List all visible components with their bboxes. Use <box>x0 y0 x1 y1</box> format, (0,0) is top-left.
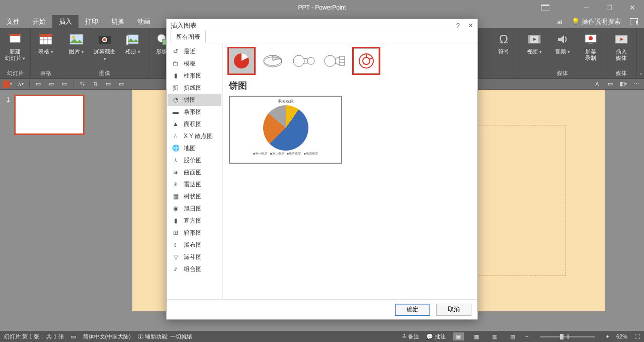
fit-window-icon[interactable]: ⛶ <box>634 333 640 339</box>
subtype-doughnut[interactable] <box>354 48 379 74</box>
subtype-3dpie[interactable] <box>260 48 285 74</box>
svg-rect-3 <box>10 34 20 36</box>
dialog-close-button[interactable]: ✕ <box>468 22 473 29</box>
dialog-titlebar[interactable]: 插入图表 ? ✕ <box>167 19 477 32</box>
tab-transitions[interactable]: 切换 <box>105 15 131 28</box>
category-pie[interactable]: ◔饼图 <box>168 94 221 106</box>
view-slideshow-icon[interactable]: ▤ <box>507 332 518 340</box>
zoom-out-button[interactable]: − <box>525 333 528 339</box>
dialog-title: 插入图表 <box>171 21 197 30</box>
subtype-pie[interactable] <box>229 48 254 74</box>
category-sunburst[interactable]: ◉旭日图 <box>168 202 221 215</box>
category-funnel[interactable]: ▽漏斗图 <box>168 251 221 263</box>
group-icon[interactable]: ▭ <box>103 80 114 89</box>
pictures-button[interactable]: 图片 <box>64 30 89 55</box>
view-reading-icon[interactable]: ▥ <box>489 332 500 340</box>
status-comments[interactable]: 💬 批注 <box>426 333 446 340</box>
tab-extra[interactable]: at <box>557 18 563 26</box>
column-icon: ▮ <box>172 72 180 79</box>
symbols-button[interactable]: Ω 符号 <box>492 30 516 55</box>
category-combo[interactable]: ⫽组合图 <box>168 263 221 275</box>
sunburst-icon: ◉ <box>172 205 180 212</box>
ungroup-icon[interactable]: ▭ <box>116 80 127 89</box>
svg-rect-9 <box>40 34 52 37</box>
audio-button[interactable]: 音频 <box>550 30 575 55</box>
zoom-value[interactable]: 62% <box>616 333 627 339</box>
category-line[interactable]: 折折线图 <box>168 82 221 94</box>
category-recent[interactable]: ↺最近 <box>168 45 221 57</box>
layers-icon[interactable]: ◧▾ <box>618 80 629 89</box>
tab-insert[interactable]: 插入 <box>52 15 78 28</box>
dialog-tab-all[interactable]: 所有图表 <box>171 31 206 43</box>
category-box[interactable]: ⊞箱形图 <box>168 227 221 239</box>
radar-icon: ✳ <box>172 181 180 188</box>
text-effects-icon[interactable]: A <box>592 80 603 89</box>
screen-recording-button[interactable]: 屏幕 录制 <box>579 30 603 61</box>
dialog-help-button[interactable]: ? <box>456 22 460 29</box>
insert-media-button[interactable]: 插入 媒体 <box>609 30 633 61</box>
subtype-heading: 饼图 <box>229 80 471 92</box>
category-map[interactable]: 🌐地图 <box>168 142 221 154</box>
fill-color-button[interactable]: ▾ <box>2 80 13 89</box>
category-template[interactable]: 🗀模板 <box>168 57 221 70</box>
align-right-icon[interactable]: ▭ <box>59 80 70 89</box>
align-left-icon[interactable]: ▭ <box>33 80 44 89</box>
video-button[interactable]: 视频 <box>522 30 546 55</box>
status-language[interactable]: 简体中文(中国大陆) <box>83 333 131 340</box>
category-bar[interactable]: ▬条形图 <box>168 106 221 118</box>
category-radar[interactable]: ✳雷达图 <box>168 178 221 190</box>
ok-button[interactable]: 确定 <box>395 304 430 316</box>
tab-file[interactable]: 文件 <box>0 15 26 28</box>
category-surface[interactable]: ≋曲面图 <box>168 166 221 178</box>
align-center-icon[interactable]: ▭ <box>46 80 57 89</box>
category-treemap[interactable]: ▦树状图 <box>168 190 221 202</box>
category-area[interactable]: ▲面积图 <box>168 118 221 130</box>
device-icon[interactable]: ▭ <box>605 80 616 89</box>
zoom-slider[interactable] <box>540 336 595 337</box>
maximize-button[interactable]: ☐ <box>598 0 621 15</box>
area-icon: ▲ <box>172 120 180 127</box>
distribute-v-icon[interactable]: ⇅ <box>90 80 101 89</box>
svg-point-34 <box>307 57 314 64</box>
group-slides-label: 幻灯片 <box>3 70 27 77</box>
chart-preview[interactable]: 图表标题 ■第一季度 ■第二季度 ■第三季度 ■第四季度 <box>229 96 342 164</box>
group-insertmedia-label: 媒体 <box>609 70 633 77</box>
window-controls: ─ ☐ ✕ <box>575 0 644 15</box>
zoom-in-button[interactable]: + <box>606 333 609 339</box>
photo-album-button[interactable]: 相册 <box>121 30 145 55</box>
tell-me[interactable]: 💡 操作说明搜索 <box>572 17 621 26</box>
status-accessibility[interactable]: ⓘ 辅助功能: 一切就绪 <box>138 333 192 340</box>
tab-home[interactable]: 开始 <box>26 15 52 28</box>
subtype-pie-of-pie[interactable] <box>291 48 316 74</box>
collapse-ribbon-button[interactable]: ˄ <box>637 28 644 78</box>
minimize-button[interactable]: ─ <box>575 0 598 15</box>
combo-icon: ⫽ <box>172 265 180 272</box>
svg-marker-23 <box>558 35 564 43</box>
category-scatter[interactable]: ∴X Y 散点图 <box>168 130 221 142</box>
view-normal-icon[interactable]: ▣ <box>453 332 464 340</box>
text-fill-button[interactable]: A▾ <box>15 80 26 89</box>
cancel-button[interactable]: 取消 <box>436 304 471 316</box>
slide-thumbnail[interactable]: 1 <box>14 95 85 135</box>
category-waterfall[interactable]: ⫾瀑布图 <box>168 239 221 251</box>
more-icon[interactable]: ⋯ <box>631 80 642 89</box>
category-stock[interactable]: ⫰股价图 <box>168 154 221 166</box>
view-sorter-icon[interactable]: ▦ <box>471 332 482 340</box>
table-button[interactable]: 表格 <box>34 30 58 55</box>
status-notes[interactable]: ≛ 备注 <box>402 333 419 340</box>
svg-rect-1 <box>541 5 549 6</box>
close-button[interactable]: ✕ <box>621 0 644 15</box>
chart-category-list[interactable]: ↺最近🗀模板▮柱形图折折线图◔饼图▬条形图▲面积图∴X Y 散点图🌐地图⫰股价图… <box>167 43 223 299</box>
ribbon-display-options-icon[interactable] <box>541 0 549 15</box>
share-icon[interactable] <box>630 18 638 25</box>
tab-animations[interactable]: 动画 <box>131 15 157 28</box>
screenshot-button[interactable]: 屏幕截图 <box>93 30 117 62</box>
distribute-h-icon[interactable]: ⇆ <box>76 80 88 89</box>
category-column[interactable]: ▮柱形图 <box>168 70 221 82</box>
tab-print[interactable]: 打印 <box>78 15 105 28</box>
new-slide-button[interactable]: 新建 幻灯片 <box>3 30 27 62</box>
slide-thumbnails-panel[interactable]: 1 <box>0 90 94 331</box>
status-spellcheck-icon[interactable]: ▭ <box>71 333 76 340</box>
category-histogram[interactable]: ▮直方图 <box>168 215 221 227</box>
subtype-bar-of-pie[interactable] <box>323 48 348 74</box>
